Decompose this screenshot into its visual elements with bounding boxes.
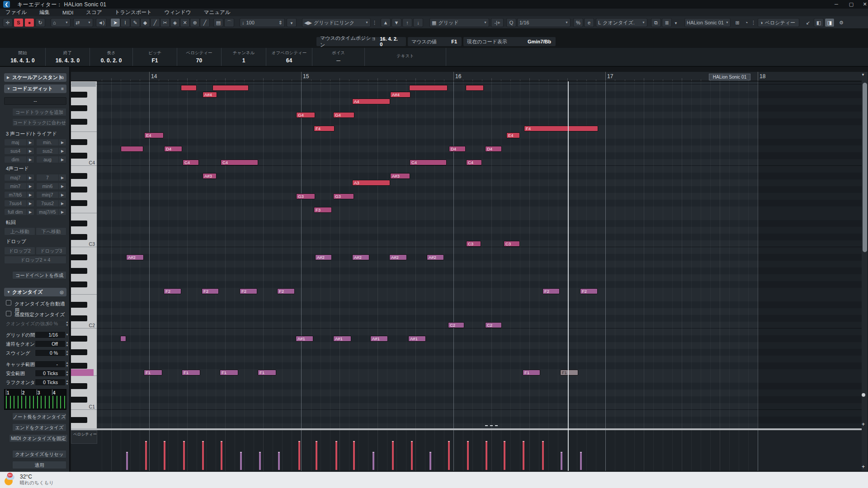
velocity-bar[interactable] bbox=[392, 441, 394, 470]
velocity-bar[interactable] bbox=[240, 452, 242, 470]
grid-type-dropdown-caret-icon[interactable]: ▼ bbox=[484, 19, 487, 27]
triad-button[interactable]: maj bbox=[4, 139, 26, 146]
chord-variant-arrow-icon[interactable]: ▶ bbox=[58, 183, 66, 190]
quantize-action-button-0[interactable]: ノート長をクオンタイズ bbox=[12, 413, 66, 421]
fourchord-minj7[interactable]: minj7▶ bbox=[36, 191, 66, 198]
velocity-bar[interactable] bbox=[202, 441, 204, 470]
black-key[interactable] bbox=[71, 187, 87, 192]
info-column-8[interactable]: テキスト bbox=[365, 48, 446, 66]
close-button[interactable]: ✕ bbox=[858, 0, 868, 9]
midi-note[interactable]: C4 bbox=[466, 160, 482, 165]
grid-type-dropdown[interactable]: ▦グリッド▼ bbox=[429, 18, 489, 27]
velocity-bar[interactable] bbox=[542, 441, 544, 470]
drop2-button[interactable]: ドロップ2 bbox=[4, 247, 35, 255]
nudge-start-right-icon[interactable]: ▼ bbox=[392, 18, 401, 27]
velocity-bar[interactable] bbox=[278, 452, 280, 470]
info-column-2[interactable]: 長さ0. 0. 2. 0 bbox=[90, 48, 133, 66]
quantize-action-button-1[interactable]: エンドをクオンタイズ bbox=[12, 423, 66, 432]
grid-link-menu-icon[interactable]: ⋮ bbox=[372, 18, 376, 27]
velocity-bar[interactable] bbox=[486, 441, 487, 470]
fourchord-button[interactable]: maj7 bbox=[4, 174, 26, 181]
quantize-preset-dropdown[interactable]: 1/16▼ bbox=[517, 18, 571, 27]
chord-variant-arrow-icon[interactable]: ▶ bbox=[58, 174, 66, 181]
velocity-bar[interactable] bbox=[504, 441, 505, 470]
midi-note[interactable]: C4 bbox=[410, 160, 447, 165]
black-key[interactable] bbox=[71, 173, 87, 179]
scroll-up-icon[interactable]: ▼ bbox=[861, 73, 865, 77]
maximize-button[interactable]: ▢ bbox=[844, 0, 858, 9]
velocity-bar[interactable] bbox=[221, 441, 222, 470]
midi-note[interactable]: G4 bbox=[333, 112, 354, 118]
soft-quantize-checkbox[interactable] bbox=[6, 311, 11, 316]
acoustic-feedback-dropdown[interactable]: ⌂▼ bbox=[51, 18, 71, 27]
midi-note[interactable]: A#2 bbox=[126, 254, 144, 260]
menu-item-4[interactable]: トランスポート bbox=[115, 9, 152, 16]
midi-note[interactable]: A#4 bbox=[390, 92, 410, 98]
quantize-row-0-value[interactable]: 1/16 bbox=[35, 331, 66, 338]
midi-note[interactable]: F1 bbox=[560, 370, 578, 375]
midi-note[interactable]: F1 bbox=[220, 370, 238, 375]
black-key[interactable] bbox=[71, 282, 87, 287]
quantize-strength-value[interactable]: 60 % bbox=[35, 320, 66, 327]
zoom-tool[interactable]: ⊕ bbox=[190, 18, 200, 27]
velocity-bar[interactable] bbox=[316, 441, 317, 470]
velocity-bar[interactable] bbox=[448, 441, 450, 470]
menu-item-2[interactable]: MIDI bbox=[62, 10, 73, 15]
midi-note[interactable]: C3 bbox=[504, 241, 520, 247]
triad-aug[interactable]: aug▶ bbox=[36, 156, 66, 163]
fourchord-button[interactable]: 7 bbox=[36, 174, 58, 181]
auto-apply-checkbox[interactable] bbox=[6, 300, 11, 305]
midi-note[interactable]: F4 bbox=[314, 126, 335, 131]
midi-note[interactable]: F2 bbox=[164, 288, 181, 294]
velocity-bar[interactable] bbox=[126, 452, 128, 470]
input-menu-icon[interactable]: ⋮ bbox=[750, 18, 755, 27]
black-key[interactable] bbox=[71, 234, 87, 240]
setup-toolbar-gear-icon[interactable]: ⚙ bbox=[837, 18, 845, 27]
insert-velocity-value-stepper-icon[interactable]: ⇕ bbox=[278, 19, 283, 27]
zoom-in-horizontal-icon[interactable]: + bbox=[862, 464, 865, 470]
mute-tool[interactable]: ✕ bbox=[180, 18, 190, 27]
triad-button[interactable]: aug bbox=[36, 156, 58, 163]
triad-button[interactable]: dim bbox=[4, 156, 26, 163]
black-key[interactable] bbox=[71, 119, 87, 125]
move-down-button[interactable]: 下へ移動 bbox=[36, 227, 66, 235]
midi-note[interactable]: A#2 bbox=[315, 254, 332, 260]
zoom-handle-icon[interactable] bbox=[862, 393, 865, 397]
draw-tool[interactable]: ✎ bbox=[130, 18, 140, 27]
velocity-bar[interactable] bbox=[353, 441, 355, 470]
track-selector-dropdown[interactable]: HALion Sonic 01▼ bbox=[684, 18, 731, 27]
chord-variant-arrow-icon[interactable]: ▶ bbox=[26, 156, 34, 163]
chord-variant-arrow-icon[interactable]: ▶ bbox=[58, 139, 66, 146]
midi-note[interactable] bbox=[120, 336, 126, 342]
autoscroll-dropdown-caret-icon[interactable]: ▼ bbox=[88, 19, 91, 27]
fourchord-button[interactable]: minj7 bbox=[36, 191, 58, 198]
snap-mode-icon[interactable]: -|+ bbox=[491, 18, 504, 27]
length-quantize-dropdown-caret-icon[interactable]: ▼ bbox=[642, 19, 645, 27]
edit-active-part-icon[interactable]: ≣ bbox=[662, 18, 672, 27]
black-key[interactable] bbox=[71, 153, 87, 159]
midi-note[interactable]: C4 bbox=[183, 160, 199, 165]
move-up-button[interactable]: 上へ移動 bbox=[4, 227, 35, 235]
erase-tool[interactable]: ◆ bbox=[140, 18, 150, 27]
midi-note[interactable]: F4 bbox=[524, 126, 598, 131]
black-key[interactable] bbox=[71, 336, 87, 342]
left-zone-icon[interactable]: ↙ bbox=[804, 18, 812, 27]
note-grid[interactable]: A#4A#4A4G4G4F4F4E4E4D4D4D4C4C4C4C4A#3A#3… bbox=[71, 81, 862, 428]
quantize-catch-row-1-value[interactable]: 0 Ticks bbox=[35, 370, 66, 377]
midi-note[interactable]: A#3 bbox=[390, 173, 410, 179]
fourchord-min7[interactable]: min7▶ bbox=[4, 183, 34, 190]
black-key[interactable] bbox=[71, 417, 87, 423]
chord-variant-arrow-icon[interactable]: ▶ bbox=[58, 191, 66, 198]
acoustic-feedback-dropdown-caret-icon[interactable]: ▼ bbox=[65, 19, 68, 27]
triad-sus4[interactable]: sus4▶ bbox=[4, 147, 34, 155]
midi-note[interactable]: A#2 bbox=[389, 254, 407, 260]
create-chord-event-button[interactable]: コードイベントを作成 bbox=[12, 271, 66, 279]
quantize-preset-dropdown-caret-icon[interactable]: ▼ bbox=[565, 19, 568, 27]
quantize-catch-row-2-value[interactable]: 0 Ticks bbox=[35, 379, 66, 386]
event-colors-dropdown[interactable]: ◑ベロシティー bbox=[758, 18, 799, 27]
triad-dim[interactable]: dim▶ bbox=[4, 156, 34, 163]
part-list-caret-icon[interactable]: ▼ bbox=[673, 18, 679, 27]
fourchord-maj7/#5[interactable]: maj7/#5▶ bbox=[36, 208, 66, 216]
midi-note[interactable] bbox=[409, 85, 448, 91]
show-part-borders-icon[interactable]: ⧉ bbox=[651, 18, 661, 27]
